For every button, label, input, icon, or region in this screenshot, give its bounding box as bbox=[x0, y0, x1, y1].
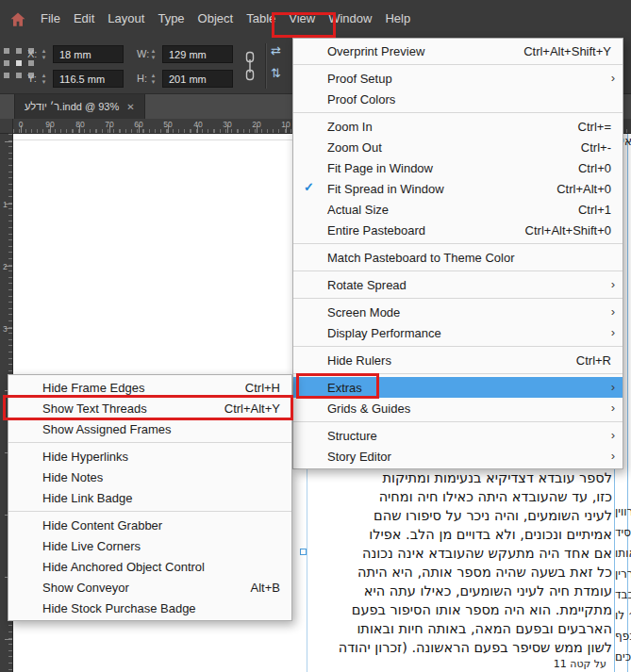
y-input[interactable]: 116.5 mm bbox=[53, 70, 124, 88]
constrain-proportions-link-icon[interactable] bbox=[243, 51, 257, 81]
menu-item-hide-notes[interactable]: Hide Notes bbox=[8, 467, 291, 487]
menu-object[interactable]: Object bbox=[191, 0, 241, 38]
ruler-number: 1 bbox=[3, 200, 8, 209]
ruler-corner[interactable] bbox=[0, 119, 13, 134]
w-stepper[interactable]: ▴ ▾ bbox=[149, 47, 158, 60]
menu-item-label: Structure bbox=[327, 429, 377, 443]
menu-item-actual-size[interactable]: Actual Size Ctrl+1 bbox=[293, 199, 623, 220]
menu-item-overprint-preview[interactable]: Overprint Preview Ctrl+Alt+Shift+Y bbox=[293, 41, 623, 61]
menu-item-fit-page-in-window[interactable]: Fit Page in Window Ctrl+0 bbox=[293, 157, 623, 178]
checkmark-icon: ✓ bbox=[304, 180, 314, 194]
toolbar-divider bbox=[265, 43, 267, 89]
menu-item-label: Hide Live Corners bbox=[42, 539, 141, 553]
close-icon[interactable]: ✕ bbox=[126, 102, 134, 112]
menu-item-label: Hide Hyperlinks bbox=[42, 450, 128, 464]
spinner-down-icon[interactable]: ▾ bbox=[42, 78, 46, 85]
document-tab[interactable]: ר׳ יודלע.indd @ 93% ✕ bbox=[14, 94, 145, 119]
spinner-down-icon[interactable]: ▾ bbox=[42, 54, 46, 60]
menu-item-entire-pasteboard[interactable]: Entire Pasteboard Ctrl+Alt+Shift+0 bbox=[293, 220, 623, 240]
menu-item-hide-hyperlinks[interactable]: Hide Hyperlinks bbox=[8, 446, 291, 467]
submenu-arrow-icon: › bbox=[611, 277, 615, 291]
submenu-arrow-icon: › bbox=[611, 428, 615, 442]
page-edge bbox=[13, 139, 292, 140]
document-text-line: אם אחד היה מתעקש שהעובדא אינה נכונה bbox=[309, 544, 612, 563]
document-text-line: עומדת חיה לעיני השומעים, כאילו עתה היא bbox=[309, 582, 612, 600]
x-stepper[interactable]: ▴ ▾ bbox=[40, 47, 48, 60]
spinner-up-icon[interactable]: ▴ bbox=[42, 47, 46, 54]
spinner-down-icon[interactable]: ▾ bbox=[152, 78, 156, 85]
x-label: X: bbox=[27, 48, 37, 59]
menu-item-show-assigned-frames[interactable]: Show Assigned Frames bbox=[8, 418, 291, 439]
margin-word: אותו bbox=[615, 547, 631, 560]
menu-item-label: Proof Colors bbox=[327, 92, 395, 107]
menu-item-proof-setup[interactable]: Proof Setup › bbox=[293, 68, 623, 89]
menu-item-shortcut: Alt+B bbox=[251, 581, 280, 595]
menu-item-label: Actual Size bbox=[327, 203, 389, 217]
menu-item-rotate-spread[interactable]: Rotate Spread › bbox=[293, 274, 623, 295]
menu-item-hide-rulers[interactable]: Hide Rulers Ctrl+R bbox=[293, 350, 623, 370]
menu-item-zoom-in[interactable]: Zoom In Ctrl+= bbox=[293, 116, 623, 137]
menu-item-hide-live-corners[interactable]: Hide Live Corners bbox=[8, 535, 291, 556]
menu-layout[interactable]: Layout bbox=[101, 0, 151, 38]
menu-item-fit-spread-in-window[interactable]: ✓ Fit Spread in Window Ctrl+Alt+0 bbox=[293, 178, 623, 199]
menu-item-hide-content-grabber[interactable]: Hide Content Grabber bbox=[8, 515, 291, 535]
menu-item-shortcut: Ctrl+- bbox=[581, 140, 611, 155]
document-text-line: מתקיימת. הוא היה מספר אותו הסיפור בפעם bbox=[309, 600, 612, 619]
w-input[interactable]: 129 mm bbox=[162, 45, 233, 63]
submenu-arrow-icon: › bbox=[611, 325, 615, 339]
margin-word: החסיד bbox=[615, 526, 631, 539]
spinner-up-icon[interactable]: ▴ bbox=[152, 72, 156, 78]
menu-item-label: Zoom In bbox=[327, 120, 373, 134]
menu-item-structure[interactable]: Structure › bbox=[293, 425, 623, 446]
menu-edit[interactable]: Edit bbox=[67, 0, 101, 38]
menu-item-label: Proof Setup bbox=[327, 72, 392, 86]
flip-vertical-icon[interactable]: ⇅ bbox=[271, 66, 281, 80]
spinner-down-icon[interactable]: ▾ bbox=[152, 54, 156, 60]
margin-word: קב׳ לו bbox=[615, 609, 631, 622]
annotation-box-show-text-threads bbox=[3, 395, 293, 420]
annotation-box-view bbox=[272, 12, 336, 38]
document-text-line: כל זאת בשעה שהיה מספר אותה, היא היתה bbox=[309, 563, 612, 582]
y-stepper[interactable]: ▴ ▾ bbox=[40, 72, 48, 85]
home-button[interactable] bbox=[7, 8, 29, 31]
menu-separator bbox=[293, 270, 623, 271]
h-stepper[interactable]: ▴ ▾ bbox=[149, 72, 158, 85]
document-text-line: הארבעים ובפעם המאה, באותה חיות ובאותו bbox=[309, 619, 612, 638]
spinner-up-icon[interactable]: ▴ bbox=[42, 72, 46, 78]
menu-type[interactable]: Type bbox=[151, 0, 191, 38]
menu-item-label: Entire Pasteboard bbox=[327, 223, 425, 238]
menu-item-story-editor[interactable]: Story Editor › bbox=[293, 446, 623, 467]
menu-separator bbox=[293, 421, 623, 422]
submenu-arrow-icon: › bbox=[611, 380, 615, 394]
menu-item-hide-link-badge[interactable]: Hide Link Badge bbox=[8, 487, 291, 508]
menu-item-label: Hide Content Grabber bbox=[42, 518, 162, 533]
menu-item-hide-stock-purchase-badge[interactable]: Hide Stock Purchase Badge bbox=[8, 598, 291, 618]
x-input[interactable]: 18 mm bbox=[53, 45, 124, 63]
flip-horizontal-icon[interactable]: ⇄ bbox=[271, 43, 281, 57]
ruler-number: 60 bbox=[134, 120, 142, 129]
menu-separator bbox=[8, 442, 291, 443]
menu-item-grids-and-guides[interactable]: Grids & Guides › bbox=[293, 398, 623, 418]
spinner-up-icon[interactable]: ▴ bbox=[152, 47, 156, 54]
ruler-number: 40 bbox=[193, 120, 202, 129]
margin-word: נכבד bbox=[615, 588, 631, 601]
annotation-box-extras bbox=[296, 373, 379, 399]
menu-item-hide-anchored-object-control[interactable]: Hide Anchored Object Control bbox=[8, 556, 291, 577]
menu-file[interactable]: File bbox=[34, 0, 67, 38]
menu-item-shortcut: Ctrl+Alt+0 bbox=[556, 182, 611, 196]
frame-handle[interactable] bbox=[300, 549, 307, 555]
menu-item-match-pasteboard-to-theme-color[interactable]: Match Pasteboard to Theme Color bbox=[293, 247, 623, 268]
menu-help[interactable]: Help bbox=[378, 0, 417, 38]
menu-item-shortcut: Ctrl+0 bbox=[578, 161, 611, 175]
menu-item-zoom-out[interactable]: Zoom Out Ctrl+- bbox=[293, 137, 623, 157]
ruler-number: 70 bbox=[105, 120, 113, 129]
menu-item-show-conveyor[interactable]: Show Conveyor Alt+B bbox=[8, 577, 291, 598]
menu-item-label: Story Editor bbox=[327, 450, 391, 464]
ruler-number: 2 bbox=[3, 262, 8, 271]
document-text-line: לעיני השומעים, והיה ניכר על סיפורו שהם bbox=[309, 506, 612, 525]
menu-item-display-performance[interactable]: Display Performance › bbox=[293, 322, 623, 343]
h-input[interactable]: 201 mm bbox=[162, 70, 233, 88]
menu-item-screen-mode[interactable]: Screen Mode › bbox=[293, 302, 623, 322]
menu-item-proof-colors[interactable]: Proof Colors bbox=[293, 89, 623, 109]
w-label: W: bbox=[137, 48, 149, 59]
